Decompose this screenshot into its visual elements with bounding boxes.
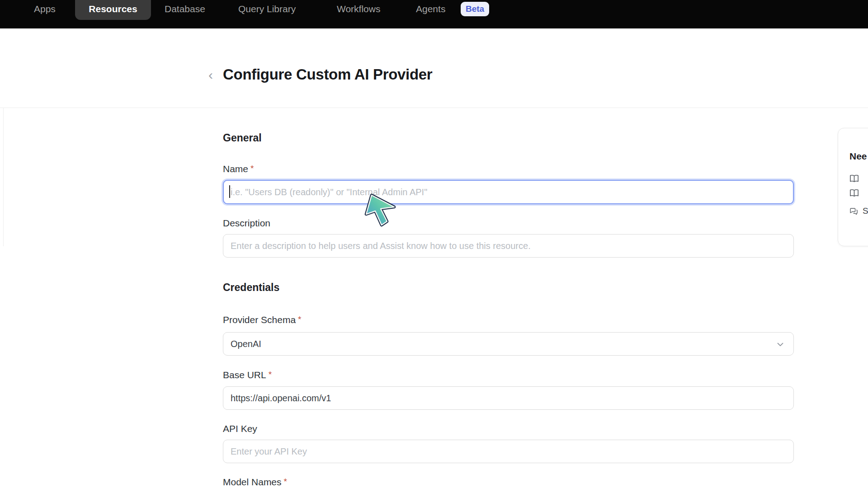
provider-schema-label: Provider Schema* [223,314,301,326]
book-icon [849,174,859,184]
model-names-label-text: Model Names [223,477,282,487]
required-marker: * [298,314,301,324]
name-label-text: Name [223,164,248,174]
required-marker: * [250,164,254,173]
chat-icon [849,206,859,216]
provider-schema-value: OpenAI [231,339,261,349]
base-url-label: Base URL* [223,369,272,381]
base-url-input[interactable] [223,386,794,410]
api-key-input[interactable] [223,440,794,463]
nav-item-workflows[interactable]: Workflows [337,3,380,15]
help-panel-heading: Nee [849,151,867,162]
description-input[interactable] [223,234,794,258]
book-icon [849,188,859,198]
description-label: Description [223,217,270,229]
nav-item-agents[interactable]: Agents [416,3,445,15]
name-field-wrap [223,180,794,204]
back-button[interactable]: ‹ [204,67,217,83]
nav-item-resources-active[interactable]: Resources [75,0,151,20]
section-heading-credentials: Credentials [223,281,279,294]
chevron-left-icon: ‹ [208,67,213,82]
provider-schema-select[interactable]: OpenAI [223,332,794,356]
required-marker: * [269,370,272,379]
name-input[interactable] [223,180,794,204]
beta-badge: Beta [461,2,489,16]
top-nav: Apps Resources Database Query Library Wo… [0,0,868,28]
help-panel: Nee S [838,128,868,246]
api-key-label: API Key [223,423,257,435]
chevron-down-icon [775,339,785,349]
name-label: Name* [223,163,254,175]
model-names-label: Model Names* [223,476,287,488]
text-caret [229,185,230,198]
nav-item-query-library[interactable]: Query Library [238,3,296,15]
base-url-label-text: Base URL [223,370,266,380]
header-divider [0,108,868,108]
nav-item-apps[interactable]: Apps [34,3,56,15]
provider-schema-label-text: Provider Schema [223,314,296,325]
required-marker: * [284,477,287,486]
section-heading-general: General [223,131,262,144]
nav-item-resources-label: Resources [75,3,151,15]
help-doc-link-1[interactable] [849,174,859,184]
help-chat-label: S [863,206,868,216]
left-panel-edge [3,108,4,246]
page-title: Configure Custom AI Provider [223,65,432,84]
help-doc-link-2[interactable] [849,188,859,198]
help-chat-link[interactable]: S [849,206,868,216]
nav-item-database[interactable]: Database [165,3,205,15]
